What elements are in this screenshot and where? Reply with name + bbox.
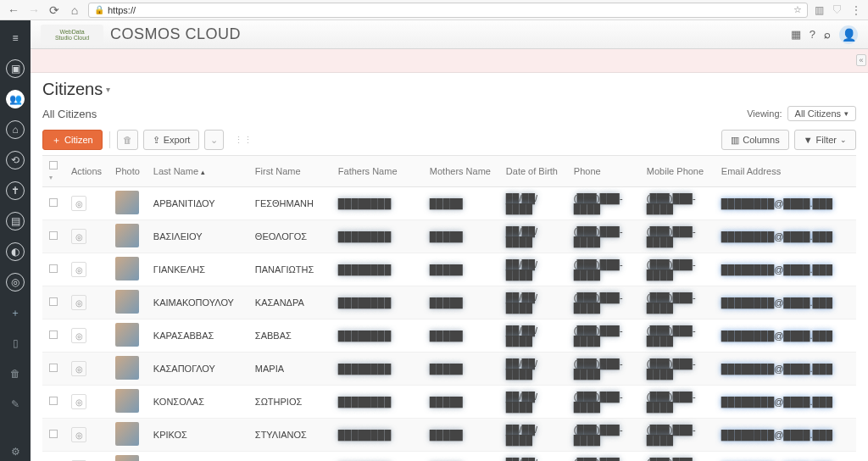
address-bar[interactable]: 🔒 https:// ☆ [88,3,808,18]
row-photo [115,224,139,247]
table-row[interactable]: ◎ΚΟΝΣΟΛΑΣΣΩΤΗΡΙΟΣ███████████████/██/████… [42,386,856,419]
cell-phone: (███)███-████ [567,220,640,253]
cell-email: ████████@████.███ [715,220,856,253]
cell-last-name: ΚΡΙΚΟΣ [147,419,248,452]
export-dropdown-button[interactable]: ⌄ [204,130,224,150]
select-all-checkbox[interactable] [49,161,58,169]
viewing-selector[interactable]: All Citizens ▾ [787,106,856,121]
sidebar-settings-icon[interactable]: ⚙ [6,442,25,461]
browser-forward-button[interactable]: → [27,3,41,17]
table-row[interactable]: ◎ΛΕΟΝΤΙΔΗΣΔΗΜΗΤΡΙΟΣ███████████████/██/██… [42,452,856,462]
browser-reload-button[interactable]: ⟳ [47,3,61,17]
new-citizen-button[interactable]: ＋ Citizen [42,130,103,150]
row-actions-button[interactable]: ◎ [71,394,86,409]
col-email[interactable]: Email Address [715,156,856,187]
table-row[interactable]: ◎ΚΑΡΑΣΑΒΒΑΣΣΑΒΒΑΣ███████████████/██/████… [42,319,856,353]
cell-fathers-name: ████████ [331,187,423,220]
app-logo[interactable]: WebData Studio Cloud [41,25,103,45]
table-row[interactable]: ◎ΚΡΙΚΟΣΣΤΥΛΙΑΝΟΣ███████████████/██/████(… [42,419,856,452]
sidebar-item-citizens[interactable]: 👥 [6,90,25,108]
plus-icon: ＋ [52,134,61,147]
sidebar-item-sync[interactable]: ⟲ [6,151,25,169]
row-actions-button[interactable]: ◎ [71,295,86,310]
table-row[interactable]: ◎ΑΡΒΑΝΙΤΙΔΟΥΓΕΣΘΗΜΑΝΗ███████████████/██/… [42,187,856,220]
cell-mobile: (███)███-████ [640,452,715,462]
more-actions-button[interactable]: ⋮⋮ [229,130,258,150]
table-row[interactable]: ◎ΒΑΣΙΛΕΙΟΥΘΕΟΛΟΓΟΣ███████████████/██/███… [42,220,856,253]
row-photo [115,356,139,380]
cell-first-name: ΜΑΡΙΑ [248,353,331,386]
user-avatar[interactable]: 👤 [839,25,858,44]
row-checkbox[interactable] [49,264,58,273]
row-actions-button[interactable]: ◎ [71,361,86,376]
row-photo [115,389,139,413]
cell-first-name: ΓΕΣΘΗΜΑΝΗ [248,187,331,220]
delete-button[interactable]: 🗑 [117,130,138,150]
cell-first-name: ΣΩΤΗΡΙΟΣ [248,386,331,419]
row-checkbox[interactable] [49,364,58,372]
browser-home-button[interactable]: ⌂ [68,3,81,17]
search-icon[interactable]: ⌕ [824,28,831,41]
col-fathers-name[interactable]: Fathers Name [331,156,423,187]
sidebar-item-archive[interactable]: ▤ [6,212,25,230]
columns-button[interactable]: ▥ Columns [721,130,788,150]
sidebar-file-icon[interactable]: ▯ [6,334,25,353]
row-photo [115,191,139,214]
sidebar-item-dashboard[interactable]: ▣ [6,59,25,78]
col-photo[interactable]: Photo [108,156,147,187]
dropbox-icon[interactable]: ⛉ [832,4,843,16]
table-row[interactable]: ◎ΚΑΣΑΠΟΓΛΟΥΜΑΡΙΑ███████████████/██/████(… [42,353,856,386]
row-checkbox[interactable] [49,330,58,339]
sidebar-trash-icon[interactable]: 🗑 [6,364,25,383]
row-actions-button[interactable]: ◎ [71,229,86,244]
sidebar-edit-icon[interactable]: ✎ [6,395,25,414]
row-checkbox[interactable] [49,198,58,207]
browser-menu-icon[interactable]: ⋮ [851,4,861,16]
table-row[interactable]: ◎ΚΑΙΜΑΚΟΠΟΥΛΟΥΚΑΣΑΝΔΡΑ███████████████/██… [42,286,856,319]
row-checkbox[interactable] [49,297,58,306]
bookmark-star-icon[interactable]: ☆ [793,4,802,15]
chevron-down-icon[interactable]: ▾ [49,174,53,181]
row-actions-button[interactable]: ◎ [71,262,86,277]
chevron-down-icon: ⌄ [840,136,847,144]
row-checkbox[interactable] [49,231,58,240]
col-phone[interactable]: Phone [567,156,640,187]
col-actions[interactable]: Actions [64,156,108,187]
col-last-name[interactable]: Last Name [147,156,248,187]
cell-mothers-name: █████ [423,419,499,452]
sidebar-item-home[interactable]: ⌂ [6,120,25,139]
cell-dob: ██/██/████ [499,220,567,253]
table-row[interactable]: ◎ΓΙΑΝΚΕΛΗΣΠΑΝΑΓΙΩΤΗΣ███████████████/██/█… [42,253,856,286]
trash-icon: 🗑 [123,135,132,145]
toolbar-divider [109,131,110,148]
export-button[interactable]: ⇪ Export [143,130,200,150]
browser-back-button[interactable]: ← [7,3,20,17]
col-dob[interactable]: Date of Birth [499,156,567,187]
row-actions-button[interactable]: ◎ [71,196,86,211]
cell-phone: (███)███-████ [567,286,640,319]
row-checkbox[interactable] [49,397,58,405]
cell-email: ████████@████.███ [715,452,856,462]
sidebar-add-icon[interactable]: ＋ [6,303,25,322]
col-first-name[interactable]: First Name [248,156,331,187]
collapse-handle-icon[interactable]: « [856,54,866,66]
cell-mothers-name: █████ [423,319,499,353]
row-actions-button[interactable]: ◎ [71,328,86,343]
row-checkbox[interactable] [49,430,58,438]
cell-mothers-name: █████ [423,386,499,419]
sidebar-item-globe[interactable]: ◐ [6,242,25,261]
help-icon[interactable]: ? [810,28,815,41]
page-title-dropdown-icon[interactable]: ▾ [106,85,110,94]
col-mobile[interactable]: Mobile Phone [640,156,715,187]
sidebar-item-target[interactable]: ◎ [6,273,25,292]
filter-button[interactable]: ▼ Filter ⌄ [794,130,856,150]
translate-icon[interactable]: ▥ [815,4,824,16]
row-actions-button[interactable]: ◎ [71,427,86,442]
sidebar-menu-icon[interactable]: ≡ [6,29,25,47]
cell-dob: ██/██/████ [499,353,567,386]
col-mothers-name[interactable]: Mothers Name [423,156,499,187]
cell-first-name: ΘΕΟΛΟΓΟΣ [248,220,331,253]
apps-grid-icon[interactable]: ▦ [791,28,801,41]
cell-fathers-name: ████████ [331,353,423,386]
sidebar-item-person[interactable]: ✝ [6,181,25,200]
